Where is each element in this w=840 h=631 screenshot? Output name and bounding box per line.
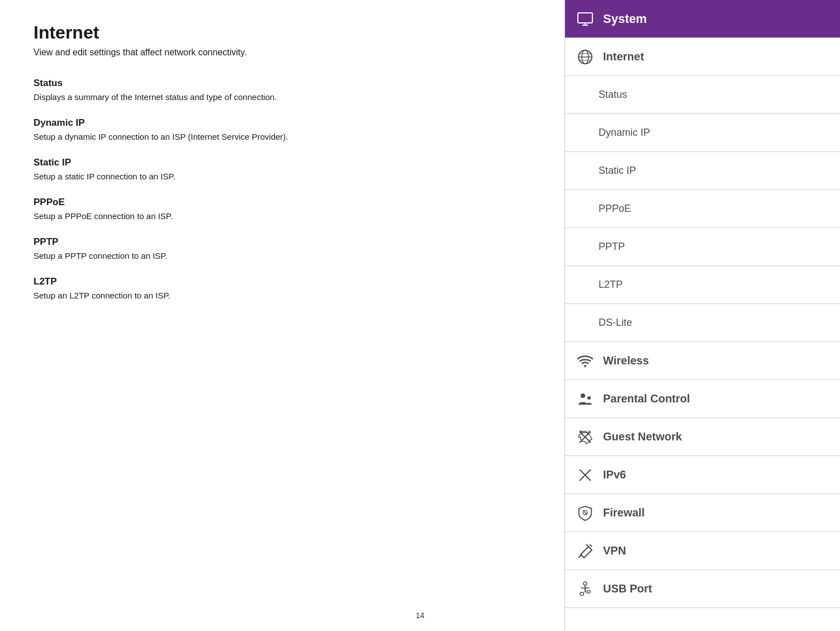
section-desc-pptp: Setup a PPTP connection to an ISP. bbox=[34, 251, 442, 260]
sidebar-item-l2tp[interactable]: L2TP bbox=[565, 266, 840, 304]
sidebar-label-usb-port: USB Port bbox=[603, 582, 652, 595]
main-content: Internet View and edit settings that aff… bbox=[0, 0, 475, 631]
sidebar-item-internet[interactable]: Internet bbox=[565, 38, 840, 76]
section-pppoe: PPPoE Setup a PPPoE connection to an ISP… bbox=[34, 197, 442, 221]
section-desc-status: Displays a summary of the Internet statu… bbox=[34, 92, 442, 102]
section-desc-pppoe: Setup a PPPoE connection to an ISP. bbox=[34, 211, 442, 221]
sidebar: System Internet Status Dynamic IP Static… bbox=[564, 0, 840, 631]
sidebar-label-dynamic-ip: Dynamic IP bbox=[599, 127, 650, 139]
svg-line-17 bbox=[578, 554, 582, 558]
section-desc-dynamic-ip: Setup a dynamic IP connection to an ISP … bbox=[34, 132, 442, 141]
globe-icon bbox=[576, 48, 594, 66]
svg-line-19 bbox=[590, 544, 592, 547]
svg-rect-0 bbox=[578, 13, 592, 23]
sidebar-label-status: Status bbox=[599, 89, 627, 101]
sidebar-label-ds-lite: DS-Lite bbox=[599, 317, 632, 329]
sidebar-label-wireless: Wireless bbox=[603, 354, 649, 367]
plug-icon bbox=[576, 542, 594, 560]
sidebar-item-usb-port[interactable]: USB Port bbox=[565, 570, 840, 608]
svg-point-10 bbox=[587, 396, 591, 400]
wifi-icon bbox=[576, 352, 594, 370]
sidebar-item-dynamic-ip[interactable]: Dynamic IP bbox=[565, 114, 840, 152]
sidebar-label-pptp: PPTP bbox=[599, 241, 625, 253]
usb-icon bbox=[576, 580, 594, 598]
sidebar-item-status[interactable]: Status bbox=[565, 76, 840, 114]
section-static-ip: Static IP Setup a static IP connection t… bbox=[34, 157, 442, 181]
section-l2tp: L2TP Setup an L2TP connection to an ISP. bbox=[34, 276, 442, 300]
svg-line-18 bbox=[586, 544, 589, 547]
sidebar-item-system[interactable]: System bbox=[565, 0, 840, 38]
page-number: 14 bbox=[416, 611, 425, 620]
sidebar-label-ipv6: IPv6 bbox=[603, 468, 626, 481]
section-dynamic-ip: Dynamic IP Setup a dynamic IP connection… bbox=[34, 117, 442, 141]
sidebar-item-wireless[interactable]: Wireless bbox=[565, 342, 840, 380]
sidebar-item-static-ip[interactable]: Static IP bbox=[565, 152, 840, 190]
section-title-pppoe: PPPoE bbox=[34, 197, 442, 208]
section-title-l2tp: L2TP bbox=[34, 276, 442, 287]
sidebar-label-system: System bbox=[603, 12, 647, 26]
sidebar-item-parental-control[interactable]: Parental Control bbox=[565, 380, 840, 418]
section-desc-l2tp: Setup an L2TP connection to an ISP. bbox=[34, 291, 442, 300]
page-title: Internet bbox=[34, 22, 442, 43]
person-icon bbox=[576, 390, 594, 408]
section-status: Status Displays a summary of the Interne… bbox=[34, 78, 442, 102]
sidebar-label-vpn: VPN bbox=[603, 544, 626, 557]
sidebar-label-internet: Internet bbox=[603, 50, 644, 63]
sidebar-item-ipv6[interactable]: IPv6 bbox=[565, 456, 840, 494]
section-title-pptp: PPTP bbox=[34, 236, 442, 248]
svg-point-20 bbox=[583, 582, 587, 585]
section-title-static-ip: Static IP bbox=[34, 157, 442, 168]
page-subtitle: View and edit settings that affect netwo… bbox=[34, 48, 442, 58]
sidebar-label-l2tp: L2TP bbox=[599, 279, 623, 291]
sidebar-label-firewall: Firewall bbox=[603, 506, 644, 519]
svg-point-9 bbox=[581, 393, 585, 398]
sidebar-label-guest-network: Guest Network bbox=[603, 430, 682, 443]
sidebar-item-firewall[interactable]: Firewall bbox=[565, 494, 840, 532]
section-title-dynamic-ip: Dynamic IP bbox=[34, 117, 442, 129]
gear2-icon bbox=[576, 466, 594, 484]
sidebar-item-ds-lite[interactable]: DS-Lite bbox=[565, 304, 840, 342]
svg-rect-24 bbox=[587, 591, 590, 593]
sidebar-item-guest-network[interactable]: Guest Network bbox=[565, 418, 840, 456]
sidebar-label-pppoe: PPPoE bbox=[599, 203, 631, 215]
sidebar-label-static-ip: Static IP bbox=[599, 165, 636, 177]
section-pptp: PPTP Setup a PPTP connection to an ISP. bbox=[34, 236, 442, 260]
section-desc-static-ip: Setup a static IP connection to an ISP. bbox=[34, 172, 442, 181]
gear-icon bbox=[576, 428, 594, 446]
shield-icon bbox=[576, 504, 594, 522]
svg-rect-23 bbox=[580, 592, 583, 595]
sidebar-item-pppoe[interactable]: PPPoE bbox=[565, 190, 840, 228]
monitor-icon bbox=[576, 10, 594, 28]
section-title-status: Status bbox=[34, 78, 442, 89]
sidebar-label-parental-control: Parental Control bbox=[603, 392, 690, 405]
svg-point-8 bbox=[584, 365, 586, 367]
sidebar-item-vpn[interactable]: VPN bbox=[565, 532, 840, 570]
sidebar-item-pptp[interactable]: PPTP bbox=[565, 228, 840, 266]
